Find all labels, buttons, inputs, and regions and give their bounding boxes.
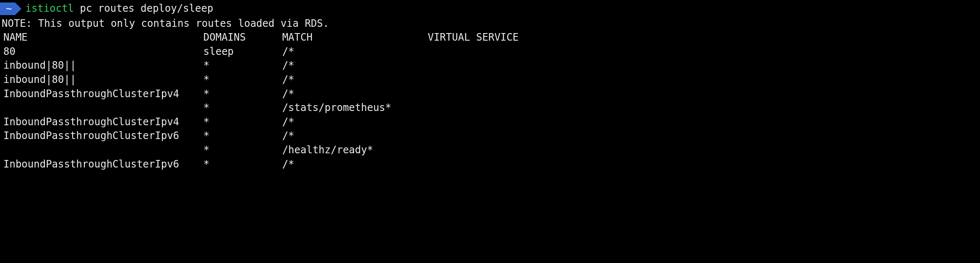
table-row: inbound|80|| * /* — [2, 59, 980, 73]
table-row: inbound|80|| * /* — [2, 73, 980, 87]
routes-table: NAME DOMAINS MATCH VIRTUAL SERVICE80 sle… — [0, 31, 980, 171]
table-row: 80 sleep /* — [2, 45, 980, 59]
output-note: NOTE: This output only contains routes l… — [0, 17, 980, 31]
command-args: pc routes deploy/sleep — [80, 2, 214, 16]
table-row: InboundPassthroughClusterIpv4 * /* — [2, 115, 980, 129]
table-header-row: NAME DOMAINS MATCH VIRTUAL SERVICE — [2, 31, 980, 45]
command-name: istioctl — [25, 2, 74, 16]
prompt-cwd-badge: ~ — [0, 3, 15, 15]
prompt-line[interactable]: ~ istioctl pc routes deploy/sleep — [0, 2, 980, 16]
prompt-cwd-symbol: ~ — [6, 3, 12, 15]
table-row: InboundPassthroughClusterIpv6 * /* — [2, 157, 980, 172]
table-row: * /stats/prometheus* — [2, 101, 980, 115]
table-row: InboundPassthroughClusterIpv4 * /* — [2, 87, 980, 101]
table-row: InboundPassthroughClusterIpv6 * /* — [2, 129, 980, 143]
table-row: * /healthz/ready* — [2, 143, 980, 157]
